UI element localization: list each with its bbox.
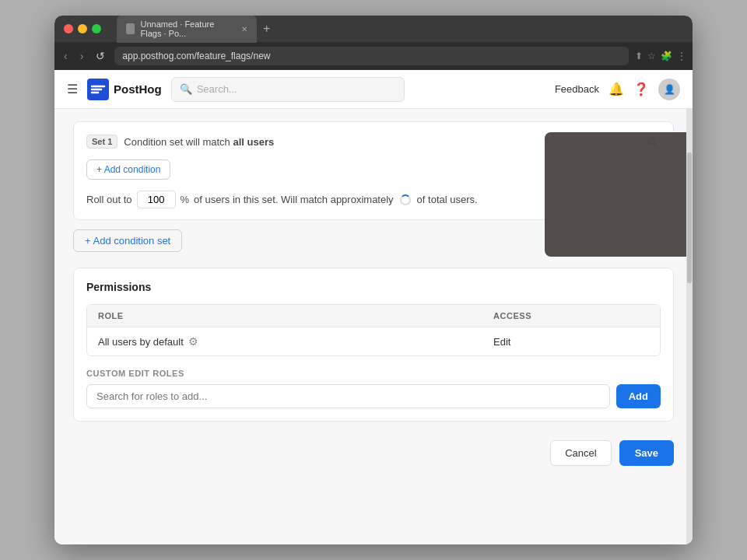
roles-search-row: Add xyxy=(86,384,661,408)
rollout-input[interactable] xyxy=(137,191,176,208)
app-header: ☰ PostHog 🔍 Search... Feedback 🔔 ❓ 👤 xyxy=(54,70,693,109)
search-icon: 🔍 xyxy=(180,83,192,95)
col-role-header: ROLE xyxy=(98,311,493,320)
tooltip-overlay xyxy=(545,132,693,257)
add-role-button[interactable]: Add xyxy=(616,384,661,408)
logo-text: PostHog xyxy=(114,82,162,96)
search-placeholder-text: Search... xyxy=(197,83,237,95)
loading-spinner-icon xyxy=(400,194,411,205)
url-text: app.posthog.com/feature_flags/new xyxy=(122,51,270,61)
header-right: Feedback 🔔 ❓ 👤 xyxy=(555,79,680,100)
new-tab-button[interactable]: + xyxy=(263,22,270,36)
extensions-icon[interactable]: 🧩 xyxy=(661,51,672,61)
permissions-section: Permissions ROLE ACCESS All users by def… xyxy=(73,268,674,422)
set-badge: Set 1 xyxy=(86,135,117,149)
rollout-percent-label: % xyxy=(181,194,190,205)
help-button[interactable]: ❓ xyxy=(633,82,649,96)
avatar[interactable]: 👤 xyxy=(658,79,680,100)
scrollbar[interactable] xyxy=(686,109,693,544)
rollout-suffix2: of total users. xyxy=(417,194,478,205)
rollout-suffix: of users in this set. Will match approxi… xyxy=(194,194,393,205)
minimize-window-button[interactable] xyxy=(78,24,87,33)
access-cell: Edit xyxy=(493,336,649,348)
search-bar[interactable]: 🔍 Search... xyxy=(171,77,405,102)
fullscreen-window-button[interactable] xyxy=(92,24,101,33)
address-bar: ‹ › ↺ app.posthog.com/feature_flags/new … xyxy=(54,42,693,70)
tab-favicon-icon xyxy=(126,23,135,34)
title-bar: Unnamed · Feature Flags · Po... ✕ + xyxy=(54,16,693,42)
refresh-button[interactable]: ↺ xyxy=(93,48,108,64)
feedback-button[interactable]: Feedback xyxy=(555,83,599,95)
url-bar-icons: ⬆ ☆ 🧩 ⋮ xyxy=(635,51,686,61)
table-row: All users by default ⚙ Edit xyxy=(87,327,660,355)
hamburger-menu-icon[interactable]: ☰ xyxy=(67,82,78,96)
col-access-header: ACCESS xyxy=(493,311,649,320)
menu-icon[interactable]: ⋮ xyxy=(677,51,686,61)
custom-edit-roles-label: CUSTOM EDIT ROLES xyxy=(86,369,661,378)
browser-window: Unnamed · Feature Flags · Po... ✕ + ‹ › … xyxy=(54,16,693,544)
active-tab[interactable]: Unnamed · Feature Flags · Po... ✕ xyxy=(117,16,257,43)
add-condition-set-button[interactable]: + Add condition set xyxy=(73,229,182,252)
footer-actions: Cancel Save xyxy=(73,431,674,466)
posthog-logo-icon xyxy=(87,79,109,100)
role-name: All users by default xyxy=(98,336,184,348)
close-window-button[interactable] xyxy=(64,24,73,33)
main-content: Set 1 Condition set will match all users… xyxy=(54,109,693,544)
roles-search-input[interactable] xyxy=(86,384,610,408)
permissions-title: Permissions xyxy=(86,281,661,293)
tab-bar: Unnamed · Feature Flags · Po... ✕ + xyxy=(117,16,683,43)
url-bar[interactable]: app.posthog.com/feature_flags/new xyxy=(114,47,629,65)
condition-description: Condition set will match all users xyxy=(124,136,274,148)
rollout-prefix: Roll out to xyxy=(86,194,132,205)
back-button[interactable]: ‹ xyxy=(61,48,71,64)
tab-close-button[interactable]: ✕ xyxy=(241,25,247,33)
role-cell: All users by default ⚙ xyxy=(98,335,493,348)
tab-title: Unnamed · Feature Flags · Po... xyxy=(141,19,232,38)
forward-button[interactable]: › xyxy=(77,48,87,64)
settings-icon[interactable]: ⚙ xyxy=(188,335,198,348)
notifications-button[interactable]: 🔔 xyxy=(608,82,624,96)
table-header: ROLE ACCESS xyxy=(87,305,660,327)
cancel-button[interactable]: Cancel xyxy=(550,440,611,466)
save-button[interactable]: Save xyxy=(619,440,674,466)
access-value: Edit xyxy=(493,336,510,348)
permissions-table: ROLE ACCESS All users by default ⚙ Edit xyxy=(86,304,661,356)
condition-bold: all users xyxy=(233,136,274,148)
traffic-lights xyxy=(64,24,101,33)
add-condition-button[interactable]: + Add condition xyxy=(86,159,170,180)
bookmark-icon[interactable]: ☆ xyxy=(647,51,656,61)
scrollbar-thumb[interactable] xyxy=(687,152,692,283)
share-icon[interactable]: ⬆ xyxy=(635,51,643,61)
logo[interactable]: PostHog xyxy=(87,79,162,100)
condition-prefix: Condition set will match xyxy=(124,136,233,148)
